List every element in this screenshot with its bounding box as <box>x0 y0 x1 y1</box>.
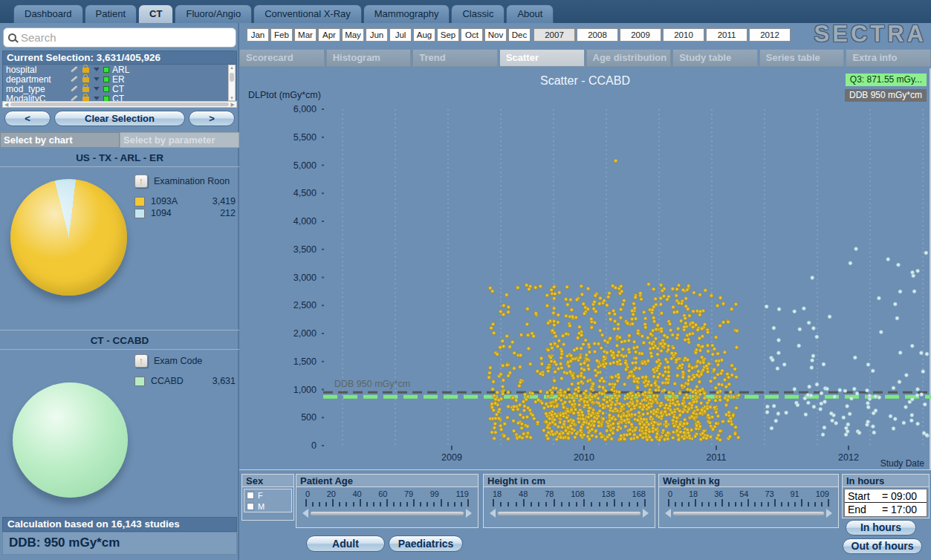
slider-right-arrow-icon[interactable] <box>826 509 837 518</box>
top-tab-patient[interactable]: Patient <box>85 4 137 23</box>
edit-icon[interactable] <box>71 66 78 73</box>
view-tab-extra-info[interactable]: Extra info <box>846 49 931 67</box>
tab-select-by-chart[interactable]: Select by chart <box>0 132 120 148</box>
slider-left-arrow-icon[interactable] <box>485 509 496 518</box>
month-button-apr[interactable]: Apr <box>318 28 340 42</box>
scrollbar-thumb[interactable] <box>10 102 228 106</box>
adult-button[interactable]: Adult <box>306 535 385 552</box>
sex-option-f[interactable]: F <box>244 489 291 501</box>
chevron-down-icon[interactable] <box>94 77 100 84</box>
edit-icon[interactable] <box>71 95 78 101</box>
top-tab-mammography[interactable]: Mammography <box>363 4 450 23</box>
top-tab-conventional-x-ray[interactable]: Conventional X-Ray <box>253 4 362 23</box>
view-tab-age-distribution[interactable]: Age distribution <box>586 49 672 67</box>
slider-right-arrow-icon[interactable] <box>466 509 476 518</box>
filter-row[interactable]: mod_typeCT <box>3 84 236 94</box>
view-tab-scorecard[interactable]: Scorecard <box>239 49 325 67</box>
checkbox[interactable] <box>247 503 254 510</box>
slider-left-arrow-icon[interactable] <box>661 509 671 518</box>
filter-row[interactable]: ModalityCCT <box>3 94 236 101</box>
clear-selection-button[interactable]: Clear Selection <box>54 111 185 126</box>
ruler-label: 109 <box>816 489 829 498</box>
edit-icon[interactable] <box>71 76 78 82</box>
lock-icon[interactable] <box>82 87 89 92</box>
weight-range-slider[interactable]: 01836547391109 <box>659 487 838 518</box>
legend-item[interactable]: 1093A3,419 <box>134 195 236 207</box>
month-button-nov[interactable]: Nov <box>484 28 507 42</box>
slider-track[interactable] <box>310 511 464 516</box>
tick-minor <box>454 502 455 507</box>
edit-icon[interactable] <box>71 85 78 92</box>
hours-row[interactable]: Start= 09:00 <box>845 489 927 503</box>
legend-item[interactable]: 1094212 <box>134 207 236 219</box>
filter-list-horizontal-scrollbar[interactable]: ◀ ▶ <box>2 101 237 108</box>
scrollbar-thumb[interactable] <box>230 73 234 82</box>
checkbox[interactable] <box>247 492 254 499</box>
slider-left-arrow-icon[interactable] <box>298 509 308 518</box>
year-button-2012[interactable]: 2012 <box>749 28 791 42</box>
month-button-jul[interactable]: Jul <box>389 28 412 42</box>
pie-chart-examination-room[interactable] <box>10 179 127 296</box>
chevron-down-icon[interactable] <box>94 68 100 74</box>
out-of-hours-button[interactable]: Out of hours <box>843 538 922 554</box>
tab-select-by-parameter[interactable]: Select by parameter <box>120 132 239 148</box>
month-button-feb[interactable]: Feb <box>270 28 293 42</box>
filter-list-vertical-scrollbar[interactable]: ▲ ▼ <box>228 65 236 101</box>
month-button-aug[interactable]: Aug <box>413 28 435 42</box>
year-button-2010[interactable]: 2010 <box>663 28 704 42</box>
slider-track[interactable] <box>672 511 825 516</box>
slider-right-arrow-icon[interactable] <box>643 509 653 518</box>
top-tab-about[interactable]: About <box>506 4 554 23</box>
scroll-left-icon[interactable]: ◀ <box>4 102 8 108</box>
hours-values[interactable]: Start= 09:00End= 17:00 <box>844 489 927 517</box>
top-tab-ct[interactable]: CT <box>138 4 173 23</box>
sort-up-icon[interactable]: ↑ <box>134 175 148 188</box>
view-tab-trend[interactable]: Trend <box>412 49 498 67</box>
ruler-label: 79 <box>404 489 413 498</box>
scroll-down-icon[interactable]: ▼ <box>229 96 235 100</box>
next-button[interactable]: > <box>189 111 235 126</box>
sex-option-m[interactable]: M <box>244 501 291 512</box>
scroll-right-icon[interactable]: ▶ <box>231 102 235 108</box>
hours-row[interactable]: End= 17:00 <box>845 503 927 516</box>
paediatrics-button[interactable]: Paediatrics <box>389 535 463 552</box>
lock-icon[interactable] <box>82 68 89 73</box>
search-input[interactable] <box>21 31 231 44</box>
year-button-2007[interactable]: 2007 <box>533 28 575 42</box>
month-button-mar[interactable]: Mar <box>294 28 317 42</box>
in-hours-button[interactable]: In hours <box>846 520 916 535</box>
top-tab-fluoro-angio[interactable]: Fluoro/Angio <box>175 4 252 23</box>
view-tab-histogram[interactable]: Histogram <box>326 49 412 67</box>
top-tab-dashboard[interactable]: Dashboard <box>13 4 83 23</box>
top-tab-classic[interactable]: Classic <box>451 4 505 23</box>
legend-item[interactable]: CCABD3,631 <box>134 375 236 387</box>
month-button-sep[interactable]: Sep <box>437 28 459 42</box>
lock-icon[interactable] <box>82 77 89 82</box>
year-button-2009[interactable]: 2009 <box>620 28 661 42</box>
chevron-down-icon[interactable] <box>94 87 100 94</box>
month-button-oct[interactable]: Oct <box>461 28 483 42</box>
view-tab-series-table[interactable]: Series table <box>759 49 845 67</box>
pie-chart-exam-code[interactable] <box>13 382 128 498</box>
year-button-2011[interactable]: 2011 <box>706 28 747 42</box>
sort-up-icon[interactable]: ↑ <box>134 354 148 368</box>
view-tab-study-table[interactable]: Study table <box>672 49 758 67</box>
scroll-up-icon[interactable]: ▲ <box>229 65 235 70</box>
slider-track[interactable] <box>497 511 641 516</box>
filter-row[interactable]: departmentER <box>3 74 236 84</box>
prev-button[interactable]: < <box>4 111 51 126</box>
month-button-may[interactable]: May <box>342 28 364 42</box>
age-range-slider[interactable]: 02040607999119 <box>296 487 478 518</box>
month-button-jan[interactable]: Jan <box>247 28 269 42</box>
search-box[interactable] <box>3 27 236 48</box>
filter-row[interactable]: hospitalARL <box>3 65 236 74</box>
month-button-jun[interactable]: Jun <box>366 28 388 42</box>
month-button-dec[interactable]: Dec <box>508 28 531 42</box>
tick-minor <box>814 502 816 507</box>
filter-value: ARL <box>112 65 129 75</box>
height-range-slider[interactable]: 184878108138168 <box>484 487 655 518</box>
view-tab-scatter[interactable]: Scatter <box>499 49 585 67</box>
tick-minor <box>346 502 347 507</box>
scatter-plot[interactable]: DLPtot (mGy*cm)05001,0001,5002,0002,5003… <box>239 68 931 469</box>
year-button-2008[interactable]: 2008 <box>577 28 618 42</box>
